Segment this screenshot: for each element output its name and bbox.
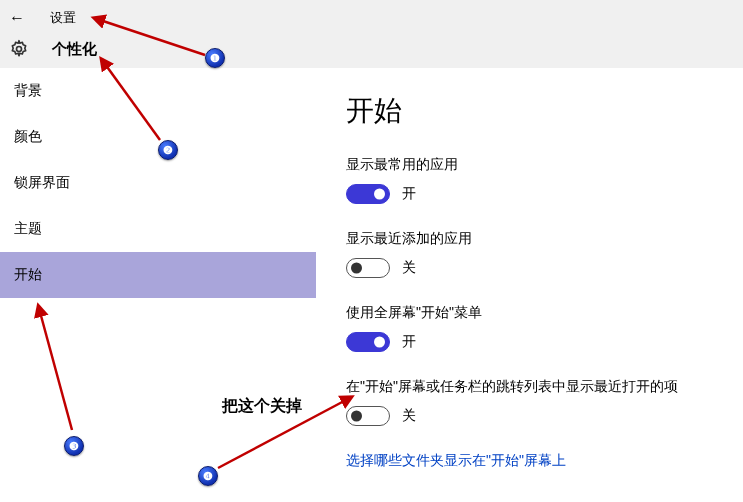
annotation-hint: 把这个关掉 (222, 396, 302, 417)
toggle-0[interactable] (346, 184, 390, 204)
annotation-badge-3: ❸ (64, 436, 84, 456)
setting-label: 显示最近添加的应用 (346, 230, 733, 248)
annotation-badge-2: ❷ (158, 140, 178, 160)
sidebar-item-label: 锁屏界面 (14, 174, 70, 192)
main-panel: 开始 显示最常用的应用开显示最近添加的应用关使用全屏幕"开始"菜单开在"开始"屏… (316, 68, 743, 502)
annotation-badge-1: ❶ (205, 48, 225, 68)
setting-1: 显示最近添加的应用关 (346, 230, 733, 278)
sidebar: 背景颜色锁屏界面主题开始 (0, 68, 316, 502)
setting-3: 在"开始"屏幕或任务栏的跳转列表中显示最近打开的项关 (346, 378, 733, 426)
sidebar-item-3[interactable]: 主题 (0, 206, 316, 252)
setting-0: 显示最常用的应用开 (346, 156, 733, 204)
svg-point-0 (17, 47, 22, 52)
setting-label: 在"开始"屏幕或任务栏的跳转列表中显示最近打开的项 (346, 378, 733, 396)
category-title: 个性化 (52, 40, 97, 59)
toggle-state: 关 (402, 259, 416, 277)
toggle-state: 关 (402, 407, 416, 425)
toggle-3[interactable] (346, 406, 390, 426)
sidebar-item-label: 开始 (14, 266, 42, 284)
toggle-state: 开 (402, 185, 416, 203)
toggle-state: 开 (402, 333, 416, 351)
folder-link[interactable]: 选择哪些文件夹显示在"开始"屏幕上 (346, 452, 733, 470)
gear-icon (8, 38, 30, 60)
back-button[interactable]: ← (0, 4, 34, 32)
window-title: 设置 (50, 9, 76, 27)
sidebar-item-label: 背景 (14, 82, 42, 100)
sidebar-item-4[interactable]: 开始 (0, 252, 316, 298)
sidebar-item-2[interactable]: 锁屏界面 (0, 160, 316, 206)
annotation-badge-4: ❹ (198, 466, 218, 486)
sidebar-item-0[interactable]: 背景 (0, 68, 316, 114)
setting-label: 使用全屏幕"开始"菜单 (346, 304, 733, 322)
setting-2: 使用全屏幕"开始"菜单开 (346, 304, 733, 352)
setting-label: 显示最常用的应用 (346, 156, 733, 174)
page-title: 开始 (346, 92, 733, 130)
toggle-1[interactable] (346, 258, 390, 278)
sidebar-item-label: 颜色 (14, 128, 42, 146)
toggle-2[interactable] (346, 332, 390, 352)
sidebar-item-label: 主题 (14, 220, 42, 238)
